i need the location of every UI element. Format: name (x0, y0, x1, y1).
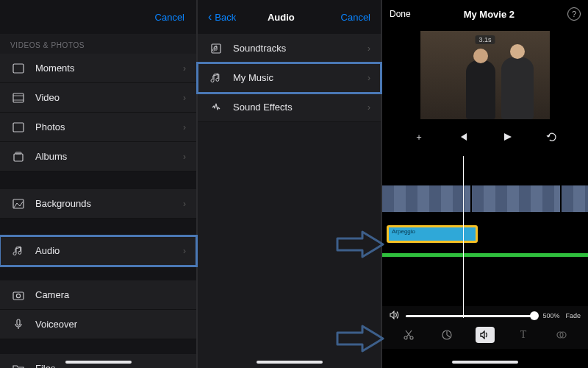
row-label: Camera (35, 289, 186, 300)
done-button[interactable]: Done (390, 9, 411, 19)
split-tool-icon[interactable] (399, 327, 418, 343)
speed-tool-icon[interactable] (437, 327, 456, 343)
annotation-arrow-toolbar (334, 324, 386, 353)
svg-rect-5 (14, 154, 23, 161)
row-label: Video (35, 92, 183, 103)
home-indicator[interactable] (65, 361, 132, 364)
transport-bar: ＋ (382, 124, 588, 150)
chevron-right-icon: › (183, 246, 186, 256)
video-clip[interactable] (382, 185, 470, 212)
skip-back-button[interactable] (453, 132, 473, 142)
undo-button[interactable] (541, 132, 562, 142)
section-header-videos-photos: Videos & Photos (0, 34, 196, 54)
chevron-right-icon: › (183, 63, 186, 74)
chevron-right-icon: › (183, 152, 186, 162)
play-button[interactable] (497, 132, 517, 142)
row-my-music[interactable]: My Music › (198, 63, 381, 93)
edit-toolbar: 500% Fade T (382, 306, 588, 349)
volume-slider[interactable] (406, 315, 537, 317)
video-clip[interactable] (562, 185, 588, 212)
row-label: My Music (233, 72, 368, 83)
albums-icon (10, 152, 26, 162)
speaker-icon (390, 311, 400, 321)
camera-icon (10, 290, 26, 300)
audio-source-panel: ‹ Back Audio Cancel Soundtracks › My Mus… (198, 0, 382, 368)
project-title: My Movie 2 (464, 9, 514, 20)
row-backgrounds[interactable]: Backgrounds › (0, 189, 196, 219)
panel3-header: Done My Movie 2 ? (382, 0, 588, 28)
sound-effects-icon (208, 102, 224, 113)
editor-panel: Done My Movie 2 ? 3.1s ＋ (382, 0, 588, 368)
help-icon[interactable]: ? (567, 7, 581, 21)
music-note-icon (208, 72, 224, 84)
microphone-icon (10, 319, 26, 330)
chevron-left-icon: ‹ (208, 10, 212, 24)
title-tool-icon[interactable]: T (514, 327, 533, 343)
row-label: Backgrounds (35, 198, 183, 209)
chevron-right-icon: › (368, 73, 370, 83)
row-audio[interactable]: Audio › (0, 236, 196, 266)
row-camera[interactable]: Camera (0, 280, 196, 310)
cancel-button[interactable]: Cancel (341, 12, 370, 23)
video-icon (10, 93, 26, 103)
chevron-right-icon: › (183, 93, 186, 103)
row-photos[interactable]: Photos › (0, 113, 196, 142)
row-albums[interactable]: Albums › (0, 142, 196, 171)
soundtracks-icon (208, 43, 224, 54)
row-moments[interactable]: Moments › (0, 54, 196, 83)
svg-rect-6 (15, 152, 21, 154)
playhead[interactable] (463, 156, 464, 318)
svg-point-9 (16, 294, 20, 297)
panel2-title: Audio (221, 12, 340, 23)
row-label: Albums (35, 151, 183, 162)
background-audio-track[interactable] (382, 253, 588, 257)
video-preview[interactable]: 3.1s (420, 31, 550, 119)
home-indicator[interactable] (257, 361, 323, 364)
audio-clip-label: Arpeggio (392, 228, 415, 235)
video-track[interactable] (382, 185, 588, 212)
row-label: Audio (35, 245, 183, 256)
volume-value: 500% (542, 312, 559, 319)
volume-tool-icon[interactable] (476, 327, 495, 343)
filter-tool-icon[interactable] (552, 327, 571, 343)
cancel-button[interactable]: Cancel (155, 12, 184, 23)
row-label: Soundtracks (233, 43, 368, 54)
row-label: Voiceover (35, 319, 186, 330)
chevron-right-icon: › (183, 199, 186, 209)
audio-clip[interactable]: Arpeggio (387, 225, 478, 243)
svg-rect-1 (13, 93, 24, 102)
fade-button[interactable]: Fade (565, 312, 581, 319)
row-label: Photos (35, 121, 183, 132)
folder-icon (10, 364, 26, 369)
svg-rect-0 (13, 64, 24, 73)
row-label: Files (35, 363, 186, 368)
video-clip[interactable] (472, 185, 560, 212)
audio-icon (10, 245, 26, 257)
backgrounds-icon (10, 199, 26, 209)
chevron-right-icon: › (368, 43, 370, 54)
svg-rect-10 (17, 319, 20, 325)
preview-time-badge: 3.1s (475, 35, 495, 44)
photos-icon (10, 122, 26, 132)
row-soundtracks[interactable]: Soundtracks › (198, 34, 381, 63)
row-label: Moments (35, 63, 183, 74)
home-indicator[interactable] (452, 361, 518, 364)
chevron-right-icon: › (368, 102, 370, 113)
svg-rect-4 (13, 123, 24, 132)
panel1-header: Cancel (0, 0, 196, 34)
annotation-arrow-audio-clip (334, 230, 386, 259)
row-sound-effects[interactable]: Sound Effects › (198, 93, 381, 122)
add-media-button[interactable]: ＋ (409, 131, 429, 144)
timeline[interactable]: Arpeggio (382, 156, 588, 318)
moments-icon (10, 63, 26, 74)
svg-rect-8 (13, 292, 24, 300)
row-label: Sound Effects (233, 102, 368, 113)
row-voiceover[interactable]: Voiceover (0, 310, 196, 339)
media-picker-panel: Cancel Videos & Photos Moments › Video ›… (0, 0, 198, 368)
chevron-right-icon: › (183, 122, 186, 132)
row-video[interactable]: Video › (0, 83, 196, 113)
panel2-header: ‹ Back Audio Cancel (198, 0, 381, 34)
